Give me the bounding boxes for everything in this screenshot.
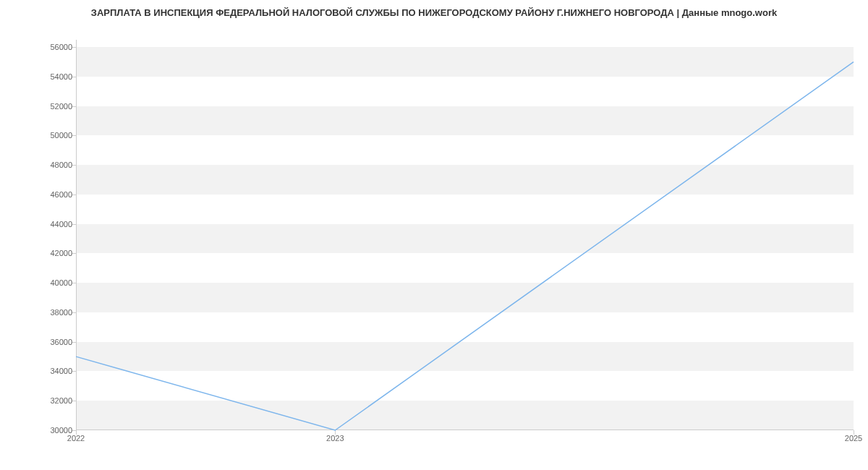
y-tick-label: 52000 bbox=[29, 102, 72, 111]
y-tick-label: 38000 bbox=[29, 308, 72, 317]
chart-title: ЗАРПЛАТА В ИНСПЕКЦИЯ ФЕДЕРАЛЬНОЙ НАЛОГОВ… bbox=[0, 7, 868, 18]
y-tick-label: 40000 bbox=[29, 278, 72, 287]
y-tick-label: 48000 bbox=[29, 161, 72, 169]
y-tick-label: 32000 bbox=[29, 396, 72, 405]
y-tick-label: 34000 bbox=[29, 367, 72, 375]
x-tick-label: 2023 bbox=[326, 434, 344, 443]
y-tick-label: 50000 bbox=[29, 131, 72, 140]
chart-container: ЗАРПЛАТА В ИНСПЕКЦИЯ ФЕДЕРАЛЬНОЙ НАЛОГОВ… bbox=[0, 0, 868, 470]
y-tick-label: 46000 bbox=[29, 190, 72, 199]
y-tick-label: 56000 bbox=[29, 43, 72, 51]
line-plot bbox=[76, 40, 854, 430]
y-tick-label: 36000 bbox=[29, 338, 72, 346]
y-tick-label: 30000 bbox=[29, 426, 72, 435]
y-tick-label: 54000 bbox=[29, 72, 72, 81]
x-tick-label: 2025 bbox=[845, 434, 862, 443]
plot-area bbox=[76, 40, 854, 430]
data-series-line bbox=[76, 62, 854, 430]
x-tick-label: 2022 bbox=[67, 434, 85, 443]
y-tick-label: 42000 bbox=[29, 249, 72, 257]
y-tick-label: 44000 bbox=[29, 220, 72, 228]
